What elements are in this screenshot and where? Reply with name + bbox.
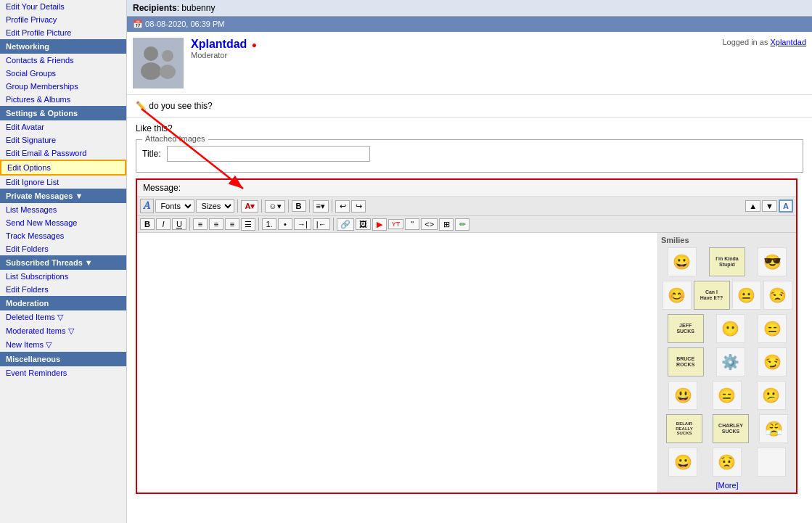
smiley-15[interactable]: 😟 bbox=[713, 448, 742, 477]
sidebar-item-edit-options[interactable]: Edit Options bbox=[0, 160, 126, 176]
list-ul-btn[interactable]: • bbox=[278, 218, 292, 230]
post-content: ✏️ do you see this? bbox=[127, 95, 812, 118]
sep-b bbox=[258, 218, 259, 231]
smiley-12[interactable]: 😕 bbox=[757, 381, 786, 410]
smiley-button[interactable]: ☺▾ bbox=[265, 200, 284, 213]
sep-c bbox=[333, 218, 334, 231]
sidebar-item-edit-email-password[interactable]: Edit Email & Password bbox=[0, 147, 126, 160]
redo-button[interactable]: ↪ bbox=[351, 200, 366, 213]
smiley-13[interactable]: 😤 bbox=[759, 414, 788, 443]
sidebar-item-list-subscriptions[interactable]: List Subscriptions bbox=[0, 270, 126, 283]
smiley-sign-can-i-have-it[interactable]: Can IHave It?? bbox=[694, 281, 730, 310]
message-editor: Message: 𝐴 Fonts Sizes A▾ ☺▾ B bbox=[136, 178, 797, 494]
smiley-sign-belair[interactable]: BELAIRREALLYSUCKS bbox=[666, 414, 702, 443]
eraser-btn[interactable]: ✏ bbox=[455, 218, 469, 231]
avatar-image bbox=[133, 38, 184, 88]
sidebar-item-deleted-items[interactable]: Deleted Items ▽ bbox=[0, 310, 126, 324]
separator5 bbox=[332, 199, 332, 213]
sidebar-item-edit-details[interactable]: Edit Your Details bbox=[0, 0, 126, 13]
align-justify-btn[interactable]: ☰ bbox=[241, 218, 255, 231]
smilies-row-5: 😃 😑 😕 bbox=[661, 381, 793, 410]
unknown-btn[interactable]: ≡▾ bbox=[313, 200, 329, 213]
align-left-btn[interactable]: ≡ bbox=[193, 218, 208, 230]
font-size-large-button[interactable]: A bbox=[779, 199, 793, 213]
smiley-1[interactable]: 😀 bbox=[668, 247, 697, 276]
sidebar-item-edit-folders-pm[interactable]: Edit Folders bbox=[0, 242, 126, 255]
sidebar-item-send-new-message[interactable]: Send New Message bbox=[0, 216, 126, 229]
insert-image-btn[interactable]: 🖼 bbox=[356, 218, 371, 230]
sidebar-item-new-items[interactable]: New Items ▽ bbox=[0, 338, 126, 352]
logged-in-user-link[interactable]: Xplantdad bbox=[770, 38, 806, 46]
online-dot: ● bbox=[252, 40, 257, 50]
editor-body: Smilies 😀 I'm KindaStupid 😎 😊 Can IHave … bbox=[137, 233, 796, 493]
message-textarea[interactable] bbox=[137, 233, 658, 493]
smiley-14[interactable]: 😀 bbox=[668, 448, 697, 477]
undo-button[interactable]: ↩ bbox=[335, 200, 350, 213]
attached-images-label: Attached Images bbox=[142, 134, 208, 143]
smiley-5[interactable]: 😒 bbox=[763, 281, 792, 310]
sidebar-item-edit-folders-sub[interactable]: Edit Folders bbox=[0, 283, 126, 296]
sidebar-item-group-memberships[interactable]: Group Memberships bbox=[0, 80, 126, 93]
smilies-row-4: BRUCEROCKS ⚙️ 😏 bbox=[661, 347, 793, 376]
sidebar-item-list-messages[interactable]: List Messages bbox=[0, 203, 126, 216]
sidebar-item-edit-ignore-list[interactable]: Edit Ignore List bbox=[0, 176, 126, 189]
resize-down-button[interactable]: ▼ bbox=[762, 200, 777, 212]
insert-code-btn[interactable]: <> bbox=[421, 218, 438, 230]
smiley-10[interactable]: 😃 bbox=[668, 381, 697, 410]
sidebar-item-track-messages[interactable]: Track Messages bbox=[0, 229, 126, 242]
list-ol-btn[interactable]: 1. bbox=[262, 218, 276, 230]
smilies-more-link[interactable]: [More] bbox=[661, 481, 793, 490]
smilies-title: Smilies bbox=[661, 236, 793, 244]
sidebar-header-subscribed-threads: Subscribed Threads ▼ bbox=[0, 255, 126, 270]
smiley-3[interactable]: 😊 bbox=[663, 281, 692, 310]
smiley-8[interactable]: ⚙️ bbox=[716, 347, 745, 376]
sidebar-item-profile-privacy[interactable]: Profile Privacy bbox=[0, 13, 126, 26]
separator2 bbox=[261, 199, 262, 213]
smiley-sign-charley[interactable]: CHARLEYSUCKS bbox=[713, 414, 749, 443]
smiley-6[interactable]: 😶 bbox=[716, 314, 745, 343]
sidebar-item-edit-signature[interactable]: Edit Signature bbox=[0, 133, 126, 147]
smiley-sign-jeff-sucks[interactable]: JEFFSUCKS bbox=[668, 314, 704, 343]
align-right-btn[interactable]: ≡ bbox=[225, 218, 239, 230]
smiley-empty bbox=[757, 448, 786, 477]
smiley-sign-stupid[interactable]: I'm KindaStupid bbox=[709, 247, 745, 276]
smiley-2[interactable]: 😎 bbox=[758, 247, 787, 276]
sidebar-item-contacts[interactable]: Contacts & Friends bbox=[0, 54, 126, 67]
svg-rect-2 bbox=[133, 38, 184, 88]
align-center-btn[interactable]: ≡ bbox=[209, 218, 223, 230]
sidebar-item-edit-avatar[interactable]: Edit Avatar bbox=[0, 120, 126, 133]
sidebar-header-private-messages: Private Messages ▼ bbox=[0, 189, 126, 203]
indent-in-btn[interactable]: →| bbox=[294, 218, 311, 230]
bold-button[interactable]: B bbox=[292, 200, 306, 212]
smiley-11[interactable]: 😑 bbox=[713, 381, 742, 410]
sidebar-item-social-groups[interactable]: Social Groups bbox=[0, 67, 126, 80]
italic-btn[interactable]: I bbox=[156, 218, 171, 230]
smiley-4[interactable]: 😐 bbox=[732, 281, 761, 310]
sidebar-item-event-reminders[interactable]: Event Reminders bbox=[0, 366, 126, 379]
sidebar-header-settings: Settings & Options bbox=[0, 106, 126, 120]
sidebar-item-pictures-albums[interactable]: Pictures & Albums bbox=[0, 93, 126, 106]
title-label: Title: bbox=[142, 149, 161, 159]
size-select[interactable]: Sizes bbox=[196, 199, 234, 213]
sidebar-item-moderated-items[interactable]: Moderated Items ▽ bbox=[0, 324, 126, 338]
sidebar-item-edit-profile-picture[interactable]: Edit Profile Picture bbox=[0, 26, 126, 39]
smiley-7[interactable]: 😑 bbox=[758, 314, 787, 343]
insert-youtube-btn[interactable]: YT bbox=[388, 219, 404, 229]
user-name-link[interactable]: Xplantdad bbox=[191, 38, 247, 50]
recipients-bar: Recipients: bubenny bbox=[127, 0, 812, 17]
title-input[interactable] bbox=[167, 146, 370, 162]
resize-up-button[interactable]: ▲ bbox=[745, 200, 760, 212]
indent-out-btn[interactable]: |← bbox=[313, 218, 330, 230]
smiley-9[interactable]: 😏 bbox=[758, 347, 787, 376]
sidebar-header-misc: Miscellaneous bbox=[0, 352, 126, 366]
underline-btn[interactable]: U bbox=[172, 218, 186, 230]
smiley-sign-bruce-rocks[interactable]: BRUCEROCKS bbox=[668, 347, 704, 376]
font-select[interactable]: Fonts bbox=[155, 199, 194, 213]
color-button[interactable]: A▾ bbox=[241, 200, 258, 213]
bold-btn2[interactable]: B bbox=[140, 218, 155, 230]
insert-quote-btn[interactable]: " bbox=[405, 218, 419, 230]
insert-table-btn[interactable]: ⊞ bbox=[439, 218, 454, 231]
smilies-row-6: BELAIRREALLYSUCKS CHARLEYSUCKS 😤 bbox=[661, 414, 793, 443]
insert-media-btn[interactable]: ▶ bbox=[372, 218, 387, 231]
insert-link-btn[interactable]: 🔗 bbox=[337, 218, 354, 231]
